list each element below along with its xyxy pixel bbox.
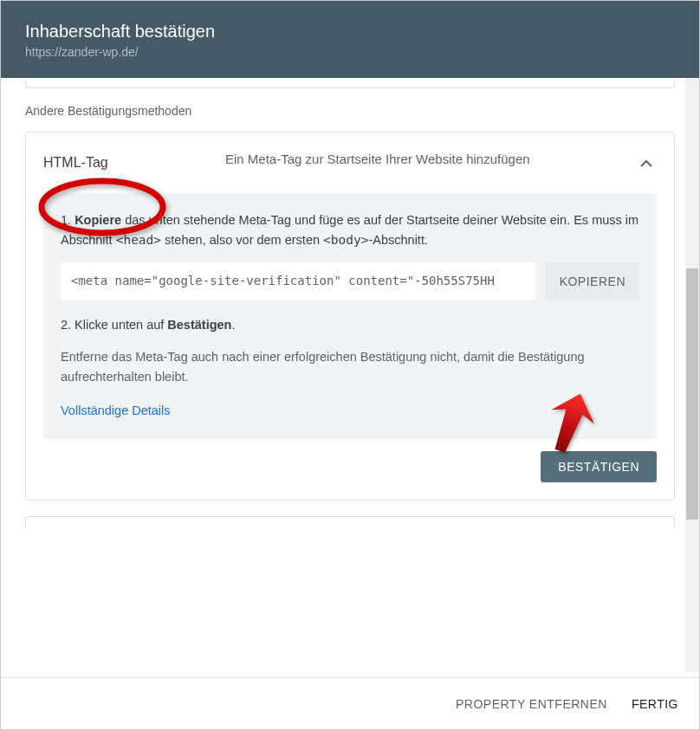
step1-text-b: stehen, also vor dem ersten <box>161 233 323 247</box>
dialog-subtitle: https://zander-wp.de/ <box>25 45 675 59</box>
confirm-button[interactable]: BESTÄTIGEN <box>541 451 657 482</box>
step1-bold: Kopiere <box>75 213 121 227</box>
chevron-up-icon <box>636 153 657 174</box>
step1-code1: <head> <box>116 233 161 247</box>
step1-prefix: 1. <box>61 213 75 227</box>
card-header[interactable]: HTML-Tag Ein Meta-Tag zur Startseite Ihr… <box>43 150 657 176</box>
meta-tag-code[interactable]: <meta name="google-site-verification" co… <box>61 262 535 299</box>
dialog-footer: PROPERTY ENTFERNEN FERTIG <box>1 677 699 729</box>
dialog-header: Inhaberschaft bestätigen https://zander-… <box>1 1 699 78</box>
copy-button[interactable]: KOPIEREN <box>546 262 639 299</box>
step1-code2: <body> <box>323 233 368 247</box>
section-label: Andere Bestätigungsmethoden <box>25 104 675 118</box>
step2-bold: Bestätigen <box>167 318 231 332</box>
next-card-edge <box>25 516 675 528</box>
full-details-link[interactable]: Vollständige Details <box>61 404 171 417</box>
step2-suffix: . <box>231 318 235 332</box>
done-button[interactable]: FERTIG <box>632 697 678 711</box>
verification-method-card: HTML-Tag Ein Meta-Tag zur Startseite Ihr… <box>25 132 675 501</box>
scrollbar-track[interactable] <box>685 78 699 672</box>
previous-card-edge <box>25 78 675 88</box>
card-description: Ein Meta-Tag zur Startseite Ihrer Websit… <box>225 150 619 170</box>
card-title: HTML-Tag <box>43 155 108 170</box>
card-title-wrap: HTML-Tag <box>43 150 208 176</box>
code-row: <meta name="google-site-verification" co… <box>61 262 639 299</box>
step-2-text: 2. Klicke unten auf Bestätigen. <box>61 315 639 335</box>
instructions-panel: 1. Kopiere das unten stehende Meta-Tag u… <box>43 193 657 439</box>
confirm-row: BESTÄTIGEN <box>43 451 657 482</box>
content-wrapper: Andere Bestätigungsmethoden HTML-Tag Ein… <box>1 78 699 672</box>
note-text: Entferne das Meta-Tag auch nach einer er… <box>61 347 639 387</box>
scrollbar-thumb[interactable] <box>686 268 698 520</box>
remove-property-button[interactable]: PROPERTY ENTFERNEN <box>456 697 607 711</box>
dialog-title: Inhaberschaft bestätigen <box>25 22 675 42</box>
content-scroll[interactable]: Andere Bestätigungsmethoden HTML-Tag Ein… <box>1 78 699 672</box>
step1-text-c: -Abschnitt. <box>368 233 428 247</box>
step2-prefix: 2. Klicke unten auf <box>61 318 167 332</box>
step-1-text: 1. Kopiere das unten stehende Meta-Tag u… <box>61 210 639 250</box>
